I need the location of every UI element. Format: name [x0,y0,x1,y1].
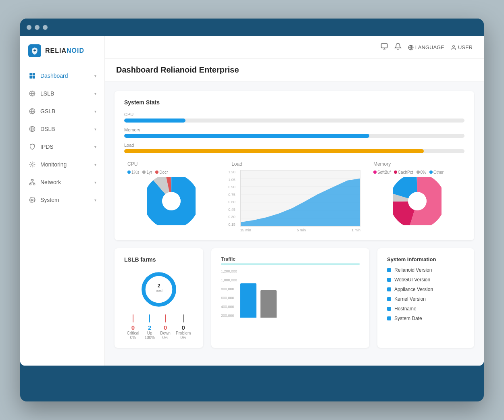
load-chart-block: Load 1.20 1.05 0.90 0.75 0.60 0.45 [228,161,360,232]
load-chart-wrapper: 15 min 5 min 1 min [240,170,360,232]
chevron-down-icon: ▾ [94,109,96,114]
dashboard-icon [28,72,36,80]
memory-legend: SoftBuf CachPct 0% Other [370,170,444,175]
chevron-down-icon: ▾ [94,162,96,167]
sidebar-label-network: Network [40,179,61,185]
cpu-label: CPU [124,112,464,117]
traffic-bar-1 [240,283,256,318]
svg-rect-12 [381,44,387,48]
cpu-stat-row: CPU [124,112,464,123]
lslb-stat-critical: 0 Critical 0% [127,314,140,340]
sidebar-label-dslb: DSLB [40,126,55,132]
sysinfo-item-webgui: WebGUI Version [387,277,464,283]
problem-pct: 0% [180,335,186,340]
browser-dot-red [27,25,31,30]
monitor-icon[interactable] [381,43,388,52]
sidebar-label-dashboard: Dashboard [40,73,68,79]
sidebar-label-monitoring: Monitoring [40,161,67,168]
system-stats-title: System Stats [124,99,464,106]
svg-text:2: 2 [158,283,160,289]
sysinfo-item-appliance: Appliance Version [387,287,464,292]
up-label: Up [147,331,152,335]
sysinfo-dot-relianoid [387,268,391,272]
memory-progress-fill [124,134,369,138]
svg-point-7 [31,164,33,165]
traffic-chart-area: 1,200,000 1,000,000 800,000 600,000 400,… [221,269,360,318]
load-y-axis: 1.20 1.05 0.90 0.75 0.60 0.45 0.30 0.15 [228,170,237,227]
sysinfo-card: System Information Relianoid Version Web… [377,248,474,348]
chevron-down-icon: ▾ [94,198,96,202]
up-pct: 100% [144,335,155,340]
language-selector[interactable]: LANGUAGE [408,44,444,50]
sidebar-item-system[interactable]: System ▾ [20,191,104,209]
traffic-divider-line [221,264,360,264]
bell-icon[interactable] [394,43,402,52]
browser-dot-green [43,25,48,30]
load-progress-track [124,149,464,153]
right-panel: LANGUAGE USER Dashboard Relianoid Enterp… [105,36,484,366]
load-label: Load [124,143,464,148]
browser-titlebar [20,19,484,36]
sidebar-label-system: System [40,197,59,203]
sysinfo-item-hostname: Hostname [387,306,464,312]
sidebar-item-dashboard[interactable]: Dashboard ▾ [20,67,104,85]
sysinfo-item-sysdate: System Date [387,316,464,321]
svg-rect-8 [31,179,33,181]
ipds-icon [28,143,36,151]
load-chart-label: Load [228,161,242,167]
sysinfo-dot-sysdate [387,316,391,320]
traffic-bars [240,283,360,318]
down-value: 0 [164,324,167,331]
chevron-down-icon: ▾ [94,127,96,131]
load-area-chart [240,170,360,227]
down-label: Down [160,331,171,335]
sidebar-item-dslb[interactable]: DSLB ▾ [20,120,104,138]
lslb-icon [28,89,36,98]
system-icon [28,196,36,204]
main-content: System Stats CPU Memory [105,81,484,366]
sidebar-label-gslb: GSLB [40,108,55,114]
lslb-stats: 0 Critical 0% 2 Up 100% [124,314,194,340]
cpu-chart-block: CPU 1%s 1yr Docr [124,161,219,232]
sysinfo-dot-kernel [387,297,391,301]
language-label: LANGUAGE [415,44,444,50]
page-title: Dashboard Relianoid Enterprise [116,65,239,75]
sysinfo-item-kernel: Kernel Version [387,296,464,302]
page-header: Dashboard Relianoid Enterprise [105,59,484,81]
sidebar-item-monitoring[interactable]: Monitoring ▾ [20,156,104,173]
svg-point-14 [453,45,455,47]
sysinfo-label-webgui: WebGUI Version [394,277,430,283]
legend-dot-darkpink [394,170,397,174]
lslb-donut-chart: 2 Total [139,269,179,310]
monitoring-icon [28,160,36,168]
svg-text:Total: Total [155,289,162,293]
logo-area: RELIANOID [20,44,104,67]
load-progress-fill [124,149,424,153]
load-x-axis: 15 min 5 min 1 min [240,228,360,232]
charts-row: CPU 1%s 1yr Docr [124,161,464,232]
sidebar-item-lslb[interactable]: LSLB ▾ [20,85,104,102]
chevron-down-icon: ▾ [94,145,96,149]
dslb-icon [28,125,36,133]
chevron-down-icon: ▾ [94,91,96,96]
sidebar-item-gslb[interactable]: GSLB ▾ [20,102,104,120]
sidebar-item-ipds[interactable]: IPDS ▾ [20,138,104,156]
user-label: USER [458,44,473,50]
bottom-row: LSLB farms 2 Total [115,248,474,356]
traffic-title: Traffic [221,256,360,262]
sysinfo-dot-hostname [387,307,391,311]
cpu-chart-label: CPU [124,161,137,167]
browser-window: RELIANOID Dashboard ▾ LSLB ▾ [20,19,484,401]
memory-label: Memory [124,127,464,132]
user-menu[interactable]: USER [451,44,473,50]
logo-icon [28,44,41,57]
lslb-stat-up: 2 Up 100% [144,314,155,340]
down-pct: 0% [162,335,168,340]
sidebar-item-network[interactable]: Network ▾ [20,173,104,191]
legend-dot-pink [373,170,377,174]
legend-dot-gray [142,170,146,174]
traffic-y-axis: 1,200,000 1,000,000 800,000 600,000 400,… [221,269,237,318]
svg-rect-0 [29,73,32,75]
sysinfo-label-kernel: Kernel Version [394,296,426,302]
sidebar-label-lslb: LSLB [40,90,54,97]
